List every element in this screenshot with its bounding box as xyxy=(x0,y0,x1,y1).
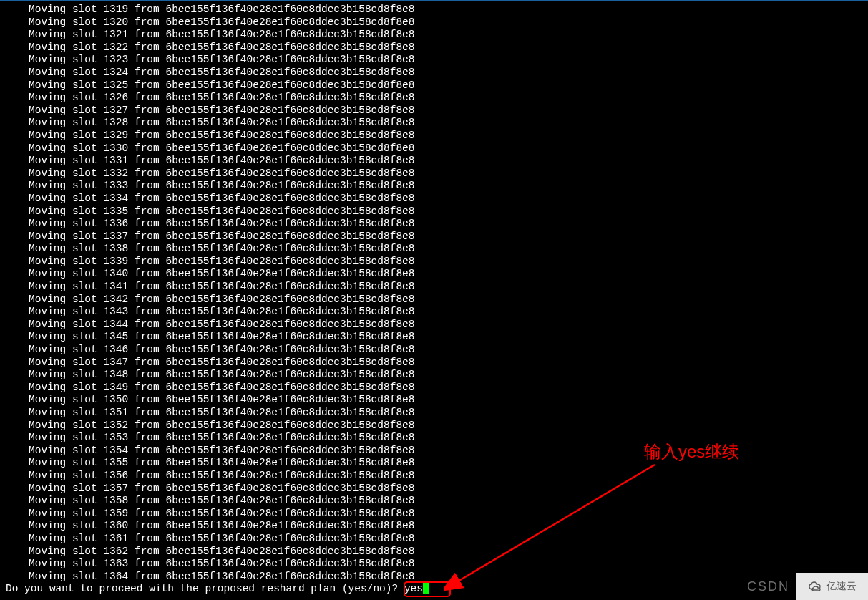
terminal-input[interactable]: yes xyxy=(404,583,423,594)
terminal-line: Moving slot 1327 from 6bee155f136f40e28e… xyxy=(0,105,868,117)
terminal-line: Moving slot 1359 from 6bee155f136f40e28e… xyxy=(0,508,868,521)
terminal-line: Moving slot 1326 from 6bee155f136f40e28e… xyxy=(0,92,868,105)
terminal-line: Moving slot 1356 from 6bee155f136f40e28e… xyxy=(0,470,868,483)
terminal-line: Moving slot 1345 from 6bee155f136f40e28e… xyxy=(0,331,868,344)
terminal-line: Moving slot 1342 from 6bee155f136f40e28e… xyxy=(0,294,868,306)
terminal-line: Moving slot 1332 from 6bee155f136f40e28e… xyxy=(0,168,868,180)
terminal-line: Moving slot 1319 from 6bee155f136f40e28e… xyxy=(0,4,868,16)
terminal-line: Moving slot 1350 from 6bee155f136f40e28e… xyxy=(0,394,868,407)
terminal-cursor xyxy=(423,583,429,594)
prompt-text: Do you want to proceed with the proposed… xyxy=(6,583,404,594)
terminal-line: Moving slot 1343 from 6bee155f136f40e28e… xyxy=(0,306,868,319)
terminal-line: Moving slot 1325 from 6bee155f136f40e28e… xyxy=(0,79,868,92)
terminal-line: Moving slot 1335 from 6bee155f136f40e28e… xyxy=(0,205,868,218)
terminal-line: Moving slot 1362 from 6bee155f136f40e28e… xyxy=(0,546,868,558)
terminal-line: Moving slot 1320 from 6bee155f136f40e28e… xyxy=(0,16,868,29)
terminal-line: Moving slot 1340 from 6bee155f136f40e28e… xyxy=(0,268,868,281)
terminal-line: Moving slot 1337 from 6bee155f136f40e28e… xyxy=(0,231,868,243)
terminal-line: Moving slot 1347 from 6bee155f136f40e28e… xyxy=(0,357,868,369)
terminal-line: Moving slot 1321 from 6bee155f136f40e28e… xyxy=(0,29,868,42)
terminal-prompt-line[interactable]: Do you want to proceed with the proposed… xyxy=(0,583,429,596)
terminal-line: Moving slot 1351 from 6bee155f136f40e28e… xyxy=(0,407,868,420)
terminal-line: Moving slot 1354 from 6bee155f136f40e28e… xyxy=(0,445,868,458)
terminal-line: Moving slot 1323 from 6bee155f136f40e28e… xyxy=(0,54,868,67)
terminal-line: Moving slot 1322 from 6bee155f136f40e28e… xyxy=(0,42,868,54)
terminal-line: Moving slot 1341 from 6bee155f136f40e28e… xyxy=(0,281,868,294)
terminal-line: Moving slot 1360 from 6bee155f136f40e28e… xyxy=(0,520,868,533)
terminal-line: Moving slot 1349 from 6bee155f136f40e28e… xyxy=(0,382,868,395)
terminal-line: Moving slot 1329 from 6bee155f136f40e28e… xyxy=(0,130,868,142)
terminal-line: Moving slot 1346 from 6bee155f136f40e28e… xyxy=(0,344,868,357)
terminal-line: Moving slot 1355 from 6bee155f136f40e28e… xyxy=(0,457,868,470)
terminal-line: Moving slot 1364 from 6bee155f136f40e28e… xyxy=(0,571,868,584)
terminal-line: Moving slot 1338 from 6bee155f136f40e28e… xyxy=(0,243,868,256)
terminal-line: Moving slot 1361 from 6bee155f136f40e28e… xyxy=(0,533,868,546)
terminal-line: Moving slot 1353 from 6bee155f136f40e28e… xyxy=(0,432,868,445)
terminal-line: Moving slot 1328 from 6bee155f136f40e28e… xyxy=(0,117,868,130)
terminal-output: Moving slot 1319 from 6bee155f136f40e28e… xyxy=(0,1,868,596)
terminal-line: Moving slot 1357 from 6bee155f136f40e28e… xyxy=(0,483,868,495)
terminal-line: Moving slot 1344 from 6bee155f136f40e28e… xyxy=(0,319,868,332)
terminal-line: Moving slot 1339 from 6bee155f136f40e28e… xyxy=(0,256,868,268)
terminal-line: Moving slot 1363 from 6bee155f136f40e28e… xyxy=(0,558,868,571)
terminal-line: Moving slot 1352 from 6bee155f136f40e28e… xyxy=(0,420,868,432)
terminal-line: Moving slot 1333 from 6bee155f136f40e28e… xyxy=(0,180,868,193)
terminal-line: Moving slot 1331 from 6bee155f136f40e28e… xyxy=(0,155,868,168)
terminal-line: Moving slot 1358 from 6bee155f136f40e28e… xyxy=(0,495,868,508)
terminal-line: Moving slot 1348 from 6bee155f136f40e28e… xyxy=(0,369,868,382)
terminal-line: Moving slot 1334 from 6bee155f136f40e28e… xyxy=(0,193,868,205)
terminal-line: Moving slot 1324 from 6bee155f136f40e28e… xyxy=(0,67,868,79)
terminal-line: Moving slot 1336 from 6bee155f136f40e28e… xyxy=(0,218,868,231)
terminal-line: Moving slot 1330 from 6bee155f136f40e28e… xyxy=(0,142,868,155)
